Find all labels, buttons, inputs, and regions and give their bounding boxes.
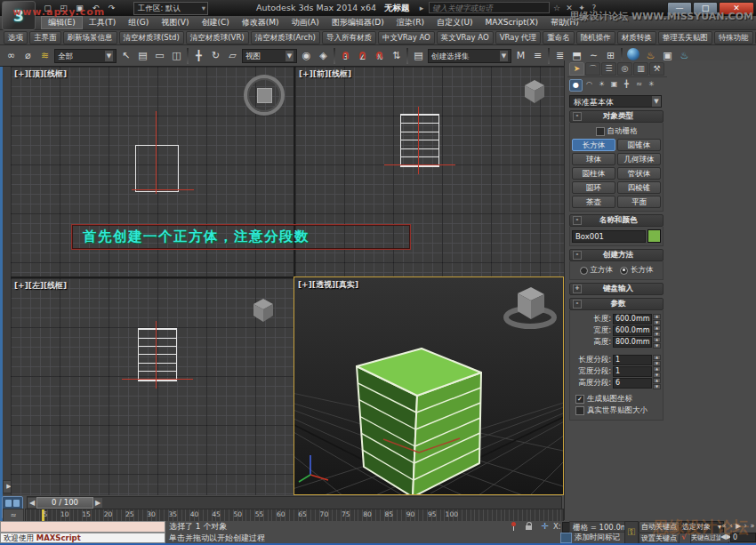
script-button[interactable]: 清空材质球(Arch): [251, 31, 320, 44]
align-icon[interactable]: ≡: [530, 48, 545, 63]
teapot-button[interactable]: 茶壶: [572, 196, 615, 208]
snap-3d-icon[interactable]: 3: [338, 48, 353, 63]
search-input[interactable]: [429, 2, 550, 13]
toolbar-separator[interactable]: [187, 48, 189, 64]
box-radio[interactable]: 长方体: [620, 265, 654, 276]
menu-item[interactable]: 视图(V): [155, 16, 195, 29]
viewport-left[interactable]: [+][左][线框]: [11, 278, 294, 495]
pyramid-button[interactable]: 四棱锥: [617, 181, 661, 194]
selection-filter-dropdown[interactable]: 全部▼: [54, 49, 117, 63]
shapes-icon[interactable]: ◠: [583, 79, 595, 90]
value-field[interactable]: 800.0mm: [613, 337, 652, 348]
maxscript-listener-field[interactable]: [0, 521, 165, 533]
menu-item[interactable]: 渲染(R): [390, 16, 430, 29]
cylinder-button[interactable]: 圆柱体: [572, 167, 615, 180]
toolbar-separator[interactable]: [334, 48, 335, 64]
collapse-icon[interactable]: -: [573, 216, 582, 225]
script-button[interactable]: 重命名: [543, 31, 575, 44]
geosphere-button[interactable]: 几何球体: [617, 153, 661, 165]
expand-icon[interactable]: +: [573, 285, 582, 293]
menu-item[interactable]: 图形编辑器(D): [326, 16, 390, 29]
script-button[interactable]: VRay 代理: [495, 31, 541, 44]
manipulate-icon[interactable]: ◈: [316, 48, 331, 63]
box-wireframe-left[interactable]: [138, 328, 177, 381]
collapse-icon[interactable]: -: [573, 112, 582, 121]
lights-icon[interactable]: ☀: [596, 79, 607, 90]
script-button[interactable]: 清空材质球(VR): [186, 31, 249, 44]
spacewarps-icon[interactable]: ≈: [633, 79, 645, 90]
script-button[interactable]: 导入所有材质: [322, 31, 376, 44]
viewport-front-label[interactable]: [+][前][线框]: [299, 68, 351, 80]
rect-selection-icon[interactable]: ▭: [152, 48, 167, 63]
time-slider[interactable]: ◀ 0 / 100 ▶: [27, 496, 562, 509]
time-slider-handle[interactable]: 0 / 100: [36, 497, 93, 509]
plane-button[interactable]: 平面: [617, 196, 661, 208]
script-button[interactable]: 主界面: [29, 31, 61, 44]
sphere-button[interactable]: 球体: [572, 153, 615, 165]
menu-item[interactable]: 组(G): [122, 16, 155, 29]
viewport-perspective-label[interactable]: [+][透视][真实]: [298, 279, 358, 291]
tab-hierarchy[interactable]: ☰: [601, 62, 616, 76]
object-name-field[interactable]: Box001: [572, 230, 646, 243]
value-field[interactable]: 1: [613, 355, 652, 365]
spinner-snap-icon[interactable]: ⇅: [389, 48, 404, 63]
primitive-category-dropdown[interactable]: 标准基本体▼: [569, 95, 662, 108]
script-button[interactable]: 随机操作: [576, 31, 615, 44]
value-field[interactable]: 1: [613, 366, 652, 377]
search-arrow-icon[interactable]: ▸: [416, 4, 427, 12]
script-button[interactable]: 特殊功能: [714, 31, 753, 44]
viewcube-front-icon[interactable]: [521, 77, 548, 106]
coordinate-system-dropdown[interactable]: 视图▼: [242, 49, 297, 63]
material-editor-icon[interactable]: [627, 48, 639, 60]
move-icon[interactable]: ╋: [191, 48, 206, 63]
tab-modify[interactable]: ⌒: [585, 62, 600, 76]
menu-item[interactable]: MAXScript(X): [479, 16, 544, 29]
autogrid-checkbox[interactable]: [596, 127, 605, 136]
collapse-icon[interactable]: -: [573, 300, 582, 309]
viewcube-top-icon[interactable]: [244, 75, 285, 116]
cone-button[interactable]: 圆锥体: [617, 139, 661, 151]
menu-item[interactable]: 编辑(E): [41, 16, 83, 29]
systems-icon[interactable]: ✳: [646, 79, 657, 90]
select-link-icon[interactable]: ∞: [4, 48, 19, 63]
angle-snap-icon[interactable]: ∠: [355, 48, 370, 63]
prev-frame-arrow[interactable]: ◀: [28, 498, 36, 508]
viewport-perspective[interactable]: [+][透视][真实]: [294, 277, 564, 495]
next-frame-arrow[interactable]: ▶: [93, 498, 102, 508]
menu-item[interactable]: 自定义(U): [430, 16, 479, 29]
viewport-left-label[interactable]: [+][左][线框]: [14, 280, 67, 292]
value-field[interactable]: 600.0mm: [613, 325, 652, 336]
maxscript-listener-welcome[interactable]: 欢迎使用 MAXScript: [0, 533, 165, 543]
absolute-mode-icon[interactable]: ✛: [539, 521, 551, 532]
script-button[interactable]: 中文VRay AO: [378, 31, 435, 44]
viewport-top-label[interactable]: [+][顶][线框]: [14, 68, 67, 80]
helpers-icon[interactable]: ╋: [621, 79, 632, 90]
menu-item[interactable]: 工具(T): [83, 16, 123, 29]
box-wireframe-front[interactable]: [400, 114, 439, 167]
script-button[interactable]: 选项: [4, 31, 28, 44]
edit-named-sets-icon[interactable]: ▤: [411, 48, 426, 63]
script-button[interactable]: 刷新场景信息: [63, 31, 117, 44]
toolbar-separator[interactable]: [406, 48, 408, 64]
mini-curve-editor-button[interactable]: ≈: [3, 509, 24, 522]
menu-item[interactable]: 修改器(M): [236, 16, 286, 29]
menu-item[interactable]: 动画(A): [286, 16, 326, 29]
mirror-icon[interactable]: M: [513, 48, 528, 63]
box-button[interactable]: 长方体: [572, 139, 615, 151]
unlink-icon[interactable]: ⌀: [20, 48, 36, 63]
object-color-swatch[interactable]: [647, 229, 661, 243]
isolate-selection-icon[interactable]: [560, 533, 572, 543]
collapse-icon[interactable]: -: [573, 251, 582, 260]
use-pivot-icon[interactable]: ◉: [299, 48, 314, 63]
spinner-stepper[interactable]: ▲▼: [653, 355, 661, 365]
window-crossing-icon[interactable]: ◫: [169, 48, 184, 63]
cameras-icon[interactable]: ▣: [608, 79, 620, 90]
spinner-stepper[interactable]: ▲▼: [653, 366, 661, 377]
script-button[interactable]: 材质转换: [617, 31, 656, 44]
script-button[interactable]: 整理丢失贴图: [658, 31, 712, 44]
tube-button[interactable]: 管状体: [617, 167, 661, 180]
spinner-stepper[interactable]: ▲▼: [653, 337, 661, 348]
tab-display[interactable]: ▥: [633, 62, 648, 76]
select-by-name-icon[interactable]: ▤: [135, 48, 150, 63]
spinner-stepper[interactable]: ▲▼: [653, 325, 661, 336]
